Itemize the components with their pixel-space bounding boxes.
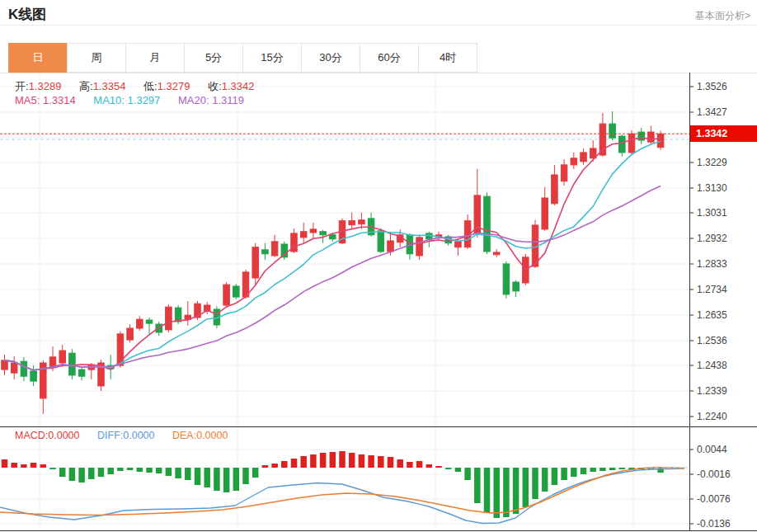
close-label: 收: bbox=[208, 80, 222, 92]
macd-axis-label: -0.0016 bbox=[697, 468, 731, 480]
open-value: 1.3289 bbox=[29, 80, 62, 92]
dea-value: 0.0000 bbox=[196, 430, 228, 441]
low-value: 1.3279 bbox=[158, 80, 190, 92]
ma10-value: 1.3297 bbox=[128, 94, 161, 106]
close-value: 1.3342 bbox=[222, 80, 255, 92]
price-axis-label: 1.2635 bbox=[697, 309, 727, 321]
macd-axis-label: 0.0044 bbox=[697, 444, 727, 455]
high-value: 1.3354 bbox=[93, 80, 126, 92]
ma5-label: MA5: bbox=[15, 94, 40, 106]
macd-label: MACD: bbox=[15, 430, 48, 441]
price-axis-label: 1.2932 bbox=[697, 233, 727, 244]
ma5-value: 1.3314 bbox=[43, 94, 76, 106]
dea-label: DEA: bbox=[172, 430, 196, 441]
ma10-label: MA10: bbox=[93, 94, 125, 106]
ma20-value: 1.3119 bbox=[212, 94, 244, 106]
price-axis-label: 1.3031 bbox=[697, 207, 727, 219]
ohlc-readout: 开:1.3289 高:1.3354 低:1.3279 收:1.3342 bbox=[15, 79, 269, 94]
last-price-tag: 1.3342 bbox=[690, 125, 757, 142]
price-axis-label: 1.3526 bbox=[697, 81, 727, 92]
price-axis-label: 1.2734 bbox=[697, 284, 727, 295]
kline-page: K线图 基本面分析> 日周月5分15分30分60分4时 开:1.3289 高:1… bbox=[0, 0, 757, 532]
macd-readout: MACD:0.0000 DIFF:0.0000 DEA:0.0000 bbox=[15, 430, 242, 441]
diff-value: 0.0000 bbox=[123, 430, 154, 441]
ma20-label: MA20: bbox=[178, 94, 209, 106]
price-axis-label: 1.2536 bbox=[697, 335, 727, 346]
macd-axis-label: -0.0076 bbox=[697, 493, 731, 505]
price-axis-label: 1.2833 bbox=[697, 258, 727, 270]
low-label: 低: bbox=[143, 80, 158, 92]
price-axis-label: 1.3427 bbox=[697, 106, 727, 118]
price-axis-label: 1.2339 bbox=[697, 385, 727, 397]
macd-axis-label: -0.0136 bbox=[697, 518, 731, 530]
macd-value: 0.0000 bbox=[48, 430, 79, 441]
open-label: 开: bbox=[15, 80, 29, 92]
high-label: 高: bbox=[79, 80, 93, 92]
price-axis-label: 1.2438 bbox=[697, 360, 727, 371]
price-axis-label: 1.3229 bbox=[697, 157, 727, 168]
price-axis-label: 1.3130 bbox=[697, 182, 727, 194]
ma-readout: MA5: 1.3314 MA10: 1.3297 MA20: 1.3119 bbox=[15, 94, 259, 106]
price-axis-label: 1.2240 bbox=[697, 411, 727, 422]
diff-label: DIFF: bbox=[97, 430, 123, 441]
